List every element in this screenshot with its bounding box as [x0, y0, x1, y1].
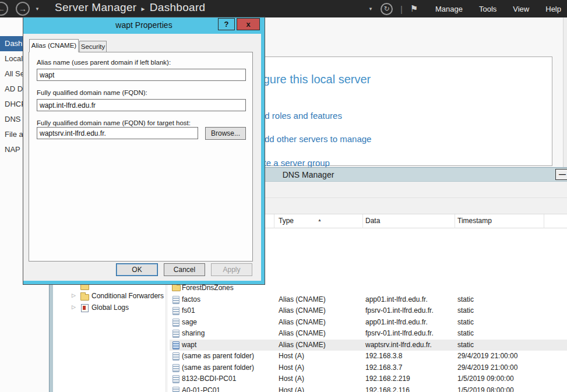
dns-record-icon — [172, 341, 179, 349]
menu-tools[interactable]: Tools — [479, 5, 496, 13]
refresh-caret-icon[interactable]: ▼ — [368, 6, 373, 12]
nav-caret-icon[interactable]: ▼ — [35, 6, 40, 12]
table-row-8132-bcdi-pc01[interactable]: 8132-BCDI-PC01 Host (A) 192.168.2.219 1/… — [170, 373, 567, 385]
target-host-field[interactable] — [37, 127, 198, 139]
column-header-data[interactable]: Data — [365, 217, 380, 225]
close-icon[interactable]: x — [237, 18, 260, 30]
forward-icon[interactable]: → — [16, 2, 30, 16]
back-icon[interactable]: ← — [0, 2, 8, 16]
wapt-properties-dialog: wapt Properties ? x Alias (CNAME) Securi… — [23, 17, 265, 284]
link-add-other-servers[interactable]: Add other servers to manage — [259, 134, 371, 144]
table-row-fs01[interactable]: fs01 Alias (CNAME) fpsrv-01.int-lfrd.edu… — [170, 305, 567, 317]
dns-record-icon — [172, 387, 179, 392]
breadcrumb-arrow-icon: ▸ — [136, 5, 149, 13]
content-scrollbar[interactable] — [563, 17, 567, 167]
fqdn-label: Fully qualified domain name (FQDN): — [37, 89, 147, 96]
alias-name-label: Alias name (uses parent domain if left b… — [37, 59, 171, 66]
dns-record-icon — [172, 307, 179, 315]
link-add-roles-features[interactable]: Add roles and features — [254, 111, 342, 121]
dns-record-icon — [172, 319, 179, 327]
server-manager-topbar: ← → ▼ Server Manager▸Dashboard ▼ ↻ | ⚑ M… — [0, 0, 567, 17]
minimize-button[interactable]: — — [555, 169, 567, 180]
record-rows: ForestDnsZones factos Alias (CNAME) app0… — [170, 282, 567, 392]
cancel-button[interactable]: Cancel — [164, 263, 205, 276]
table-row-wapt[interactable]: wapt Alias (CNAME) waptsrv.int-lfrd.edu.… — [170, 340, 567, 351]
topbar-tools: ▼ ↻ | ⚑ — [368, 0, 418, 17]
tree-item-conditional-forwarders[interactable]: ▷ Conditional Forwarders — [53, 291, 165, 302]
target-host-label: Fully qualified domain name (FQDN) for t… — [37, 119, 191, 126]
folder-icon — [172, 285, 181, 291]
dns-record-icon — [172, 330, 179, 338]
table-row-sage[interactable]: sage Alias (CNAME) app01.int-lfrd.edu.fr… — [170, 317, 567, 329]
fqdn-field[interactable] — [37, 99, 246, 111]
tab-alias-cname[interactable]: Alias (CNAME) — [29, 39, 79, 52]
dns-record-icon — [172, 375, 179, 383]
breadcrumb-dashboard[interactable]: Dashboard — [150, 1, 206, 13]
topbar-menus: Manage Tools View Help — [435, 0, 561, 17]
alias-name-field[interactable] — [37, 69, 246, 81]
dns-record-icon — [172, 296, 179, 304]
breadcrumb: Server Manager▸Dashboard — [55, 1, 205, 14]
help-button[interactable]: ? — [218, 18, 235, 30]
menu-view[interactable]: View — [513, 5, 529, 13]
tree-item-global-logs[interactable]: ▷ Global Logs — [53, 302, 165, 314]
menu-manage[interactable]: Manage — [435, 5, 463, 13]
notifications-flag-icon[interactable]: ⚑ — [410, 3, 418, 14]
expand-icon[interactable]: ▷ — [72, 292, 76, 298]
refresh-icon[interactable]: ↻ — [381, 3, 393, 15]
event-log-icon — [81, 304, 89, 312]
dns-record-icon — [172, 364, 179, 372]
table-row-sharing[interactable]: sharing Alias (CNAME) fpsrv-01.int-lfrd.… — [170, 328, 567, 340]
menu-help[interactable]: Help — [545, 5, 561, 13]
dialog-client-area: Alias (CNAME) Security Alias name (uses … — [23, 34, 258, 281]
browse-button[interactable]: Browse... — [205, 127, 246, 140]
folder-icon — [80, 284, 89, 290]
column-header-timestamp[interactable]: Timestamp — [457, 217, 492, 225]
table-row-same-as-parent-2[interactable]: (same as parent folder) Host (A) 192.168… — [170, 362, 567, 374]
table-row-factos[interactable]: factos Alias (CNAME) app01.int-lfrd.edu.… — [170, 294, 567, 306]
apply-button[interactable]: Apply — [211, 263, 252, 276]
topbar-separator: | — [400, 4, 403, 14]
ok-button[interactable]: OK — [116, 263, 158, 276]
table-row-same-as-parent-1[interactable]: (same as parent folder) Host (A) 192.168… — [170, 351, 567, 362]
column-header-type[interactable]: Type — [279, 217, 294, 225]
expand-icon[interactable]: ▷ — [72, 304, 76, 310]
breadcrumb-server-manager[interactable]: Server Manager — [55, 1, 136, 13]
dialog-titlebar[interactable]: wapt Properties ? x — [23, 17, 265, 34]
folder-icon — [80, 294, 89, 301]
alias-tab-page: Alias name (uses parent domain if left b… — [29, 52, 253, 262]
dns-record-icon — [172, 352, 179, 361]
tab-security[interactable]: Security — [79, 41, 107, 52]
table-row-a0-01-pc01[interactable]: A0-01-PC01 Host (A) 192.168.2.116 1/5/20… — [170, 385, 567, 392]
sort-ascending-icon: ▲ — [318, 218, 322, 222]
